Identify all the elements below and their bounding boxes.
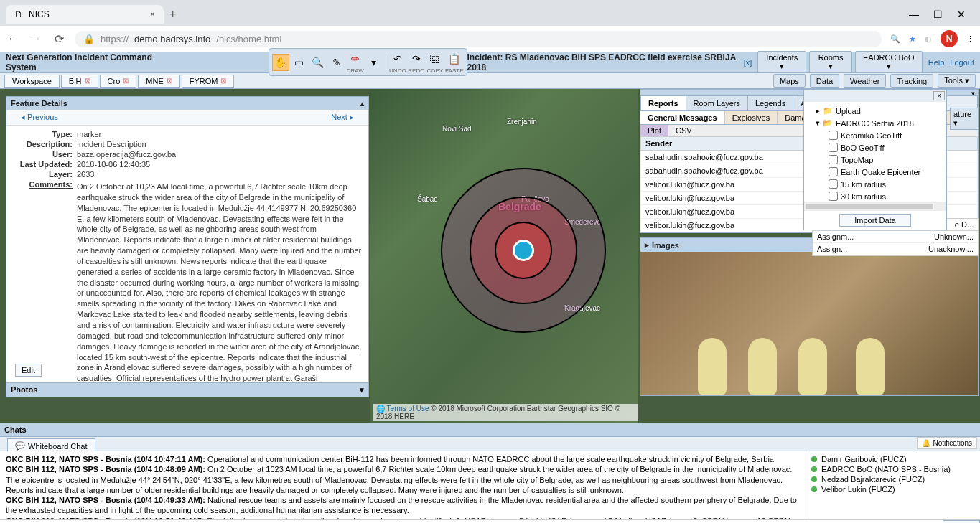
maximize-icon[interactable]: ☐ xyxy=(933,9,943,20)
incident-image[interactable] xyxy=(640,252,978,395)
user-dropdown[interactable]: EADRCC BoO ▾ xyxy=(855,51,923,73)
zoom-tool[interactable]: 🔍 xyxy=(309,54,327,71)
close-icon[interactable]: ⊠ xyxy=(123,77,129,85)
browser-tab[interactable]: 🗋 NICS × xyxy=(6,5,164,24)
help-link[interactable]: Help xyxy=(928,58,945,67)
tracking-button[interactable]: Tracking xyxy=(890,74,933,88)
updated-label: Last Updated: xyxy=(12,160,77,169)
collapse-icon[interactable]: ▾ xyxy=(360,385,364,395)
tree-layer-item[interactable]: BoO GeoTiff xyxy=(807,141,943,154)
close-icon[interactable]: ⊠ xyxy=(220,77,226,85)
new-tab-button[interactable]: + xyxy=(169,8,176,21)
tree-layer-item[interactable]: 30 km radius xyxy=(807,190,943,202)
menu-icon[interactable]: ⋮ xyxy=(966,34,974,44)
redo-button[interactable]: ↷ xyxy=(408,50,425,67)
import-data-button[interactable]: Import Data xyxy=(839,214,911,227)
layer-checkbox[interactable] xyxy=(829,143,838,152)
forward-button[interactable]: → xyxy=(29,32,43,45)
tree-layer-item[interactable]: 15 km radius xyxy=(807,178,943,190)
prev-feature[interactable]: ◂ Previous xyxy=(21,113,58,122)
tree-layer-item[interactable]: TopoMap xyxy=(807,154,943,166)
tree-folder-root[interactable]: ▾📂EADRCC Serbia 2018 xyxy=(807,117,943,129)
paste-button[interactable]: 📋 xyxy=(446,50,463,67)
minimize-icon[interactable]: — xyxy=(909,9,919,20)
tree-folder-upload[interactable]: ▸📁Upload xyxy=(807,105,943,117)
image-tool[interactable]: ▾ xyxy=(365,54,383,71)
close-icon[interactable]: ⊠ xyxy=(167,77,172,85)
select-tool[interactable]: ▭ xyxy=(291,54,308,71)
page-icon: 🗋 xyxy=(14,9,23,19)
layer-checkbox[interactable] xyxy=(829,192,838,201)
tab-general-messages[interactable]: General Messages xyxy=(640,111,725,124)
undo-button[interactable]: ↶ xyxy=(389,50,406,67)
layer-value: 2633 xyxy=(77,170,363,179)
profile-avatar[interactable]: N xyxy=(941,30,958,47)
tab-fyrom[interactable]: FYROM⊠ xyxy=(182,75,235,88)
zoom-icon[interactable]: 🔍 xyxy=(890,34,900,44)
earthquake-epicenter[interactable] xyxy=(441,168,606,333)
chat-user[interactable]: Damir Garibovic (FUCZ) xyxy=(811,454,977,464)
tab-cro[interactable]: Cro⊠ xyxy=(100,75,137,88)
maps-button[interactable]: Maps xyxy=(773,74,806,88)
tools-dropdown[interactable]: Tools ▾ xyxy=(938,74,976,88)
tab-mne[interactable]: MNE⊠ xyxy=(138,75,179,88)
tab-legends[interactable]: Legends xyxy=(748,96,793,110)
scrollbar[interactable] xyxy=(806,204,933,209)
chat-message: OKC BIH 112, NATO SPS - Bosnia (10/4 10:… xyxy=(6,516,802,519)
address-bar[interactable]: 🔒 https://demo.hadrsys.info/nics/home.ht… xyxy=(75,31,882,47)
chat-user[interactable]: Nedzad Bajraktarevic (FUCZ) xyxy=(811,474,977,484)
close-tab-icon[interactable]: × xyxy=(150,9,155,19)
weather-button[interactable]: Weather xyxy=(844,74,886,88)
reload-button[interactable]: ⟳ xyxy=(52,32,66,46)
incidents-dropdown[interactable]: Incidents ▾ xyxy=(757,51,806,73)
pencil-tool[interactable]: ✎ xyxy=(328,54,345,71)
edit-button[interactable]: Edit xyxy=(15,364,42,377)
comments-value: On 2 October at 10,23 AM local time, a p… xyxy=(77,182,363,382)
terms-link[interactable]: Terms of Use xyxy=(387,405,429,413)
send-button[interactable]: Send xyxy=(943,520,980,523)
close-icon[interactable]: ⊠ xyxy=(85,77,90,85)
layer-checkbox[interactable] xyxy=(829,179,838,189)
collapse-icon[interactable]: ▾ xyxy=(971,90,975,95)
rooms-dropdown[interactable]: Rooms ▾ xyxy=(809,51,851,73)
expand-icon[interactable]: ▸ xyxy=(645,240,649,250)
chat-user[interactable]: Velibor Lukin (FUCZ) xyxy=(811,484,977,494)
tab-workspace[interactable]: Workspace xyxy=(4,75,60,88)
map-view[interactable]: Novi Sad Zrenjanin Pančevo Šabac Smedere… xyxy=(370,89,638,423)
epicenter-marker-icon[interactable] xyxy=(513,240,534,261)
layer-checkbox[interactable] xyxy=(829,155,838,164)
tab-explosives[interactable]: Explosives xyxy=(725,111,778,124)
copy-button[interactable]: ⿻ xyxy=(426,50,444,67)
hand-tool[interactable]: ✋ xyxy=(272,54,289,71)
data-button[interactable]: Data xyxy=(810,74,839,88)
tab-reports[interactable]: Reports xyxy=(641,96,686,110)
layer-checkbox[interactable] xyxy=(829,167,838,176)
type-value: marker xyxy=(77,130,363,138)
tree-layer-item[interactable]: Keramika GeoTiff xyxy=(807,129,943,141)
chat-user[interactable]: EADRCC BoO (NATO SPS - Bosnia) xyxy=(811,464,977,474)
layer-checkbox[interactable] xyxy=(829,131,838,140)
feature-panel-header[interactable]: Feature Details▴ xyxy=(6,97,368,110)
collapse-icon[interactable]: ▴ xyxy=(360,100,364,108)
next-feature[interactable]: Next ▸ xyxy=(331,113,354,122)
tree-layer-item[interactable]: Earth Quake Epicenter xyxy=(807,166,943,178)
chat-messages[interactable]: OKC BIH 112, NATO SPS - Bosnia (10/4 10:… xyxy=(0,451,808,519)
close-popup-icon[interactable]: × xyxy=(933,91,945,100)
tab-csv[interactable]: CSV xyxy=(668,125,699,136)
notifications-button[interactable]: 🔔Notifications xyxy=(917,437,977,449)
tab-room-layers[interactable]: Room Layers xyxy=(686,96,748,110)
back-button[interactable]: ← xyxy=(6,32,20,45)
map-city-label: Šabac xyxy=(417,195,437,203)
chats-header[interactable]: Chats xyxy=(0,423,980,437)
tab-bih[interactable]: BiH⊠ xyxy=(61,75,98,88)
tab-plot[interactable]: Plot xyxy=(640,125,668,136)
bookmark-icon[interactable]: ★ xyxy=(909,34,916,44)
chat-input[interactable] xyxy=(0,520,943,523)
online-status-icon xyxy=(811,466,817,472)
feature-dropdown-hidden[interactable]: ature ▾ xyxy=(950,108,979,130)
close-incident[interactable]: [x] xyxy=(744,58,752,67)
close-window-icon[interactable]: ✕ xyxy=(957,9,966,20)
logout-link[interactable]: Logout xyxy=(950,58,974,67)
draw-tool[interactable]: ✏ xyxy=(347,50,364,67)
photos-panel-header[interactable]: Photos▾ xyxy=(6,382,368,397)
